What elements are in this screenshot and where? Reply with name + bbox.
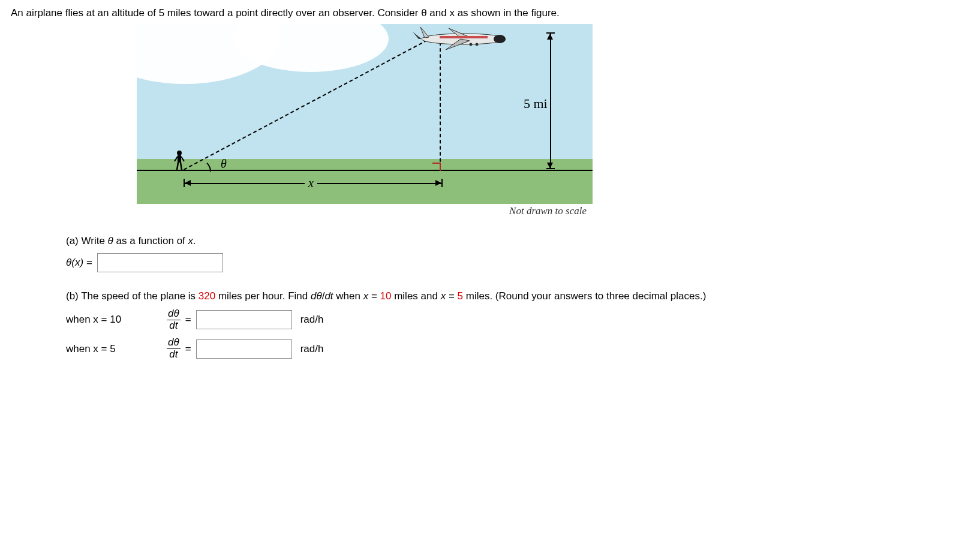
part-a-text: (a) Write θ as a function of x. xyxy=(66,235,196,247)
frac-den: dt xyxy=(168,320,179,332)
altitude-label: 5 mi xyxy=(524,96,548,112)
x-dimension: x xyxy=(185,178,441,190)
pb-t1: (b) The speed of the plane is xyxy=(66,290,199,302)
figure-canvas: θ x 5 mi xyxy=(137,24,593,204)
dim-tick xyxy=(441,179,443,187)
figure-caption: Not drawn to scale xyxy=(137,205,593,217)
airplane-icon xyxy=(404,24,524,56)
dim-tick xyxy=(546,168,555,169)
right-angle-icon xyxy=(432,163,441,171)
dtheta-dt-input-x10[interactable] xyxy=(196,310,292,329)
svg-line-2 xyxy=(175,157,178,161)
frac-num: dθ xyxy=(167,308,181,320)
svg-line-4 xyxy=(177,163,178,170)
observer-icon xyxy=(174,150,185,173)
speed-value: 320 xyxy=(199,290,215,302)
dtheta-dt-input-x5[interactable] xyxy=(196,339,292,359)
svg-point-0 xyxy=(177,151,182,155)
part-a-prompt: (a) Write θ as a function of x. xyxy=(66,235,969,247)
dtheta-dt: dθ dt xyxy=(167,337,181,360)
x2-value: 5 xyxy=(458,290,463,302)
pb-t4: miles. (Round your answers to three deci… xyxy=(463,290,706,302)
x1-value: 10 xyxy=(380,290,392,302)
part-b-row-2: when x = 5 dθ dt = rad/h xyxy=(66,337,969,360)
altitude-vertical xyxy=(440,42,441,168)
theta-label: θ xyxy=(221,157,227,171)
when-label: when x = 10 xyxy=(66,314,162,326)
svg-point-10 xyxy=(494,35,506,43)
arrow-right-icon xyxy=(435,180,441,186)
svg-rect-7 xyxy=(440,36,488,38)
theta-function-input[interactable] xyxy=(97,253,223,272)
frac-den: dt xyxy=(168,349,179,360)
svg-point-8 xyxy=(470,43,473,46)
frac-num: dθ xyxy=(167,337,181,349)
part-a-answer-row: θ(x) = xyxy=(66,253,969,272)
theta-of-x-lhs: θ(x) = xyxy=(66,257,92,269)
part-b-row-1: when x = 10 dθ dt = rad/h xyxy=(66,308,969,331)
dtheta-dt: dθ dt xyxy=(167,308,181,331)
figure: θ x 5 mi xyxy=(137,24,593,217)
svg-point-9 xyxy=(476,43,479,46)
dim-line xyxy=(550,34,551,169)
svg-line-5 xyxy=(181,163,182,170)
equals: = xyxy=(185,314,191,326)
unit-label: rad/h xyxy=(300,343,324,355)
when-label: when x = 5 xyxy=(66,343,162,355)
pb-t2: miles per hour. Find dθ/dt when x = xyxy=(215,290,380,302)
problem-intro: An airplane flies at an altitude of 5 mi… xyxy=(11,7,969,19)
x-label: x xyxy=(305,176,317,190)
part-b-text: (b) The speed of the plane is 320 miles … xyxy=(66,290,706,302)
unit-label: rad/h xyxy=(300,314,324,326)
part-b-prompt: (b) The speed of the plane is 320 miles … xyxy=(66,290,969,302)
svg-rect-1 xyxy=(178,155,181,163)
intro-text: An airplane flies at an altitude of 5 mi… xyxy=(11,7,560,19)
svg-line-3 xyxy=(181,157,184,161)
pb-t3: miles and x = xyxy=(391,290,457,302)
equals: = xyxy=(185,343,191,355)
